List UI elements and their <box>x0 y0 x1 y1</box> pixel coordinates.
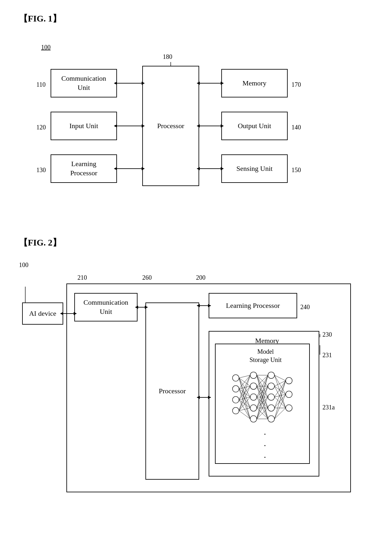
fig2-ref210: 210 <box>77 274 87 281</box>
fig2-processor-box: Processor <box>145 302 199 480</box>
svg-line-84 <box>274 381 285 386</box>
fig1-output-label: Output Unit <box>238 121 271 131</box>
svg-line-36 <box>239 375 250 378</box>
fig2-modelstorage-box: ModelStorage Unit <box>215 344 310 464</box>
fig1-learning-label: LearningProcessor <box>70 159 97 177</box>
svg-line-53 <box>239 397 250 411</box>
svg-line-55 <box>239 411 250 419</box>
svg-point-26 <box>250 405 257 411</box>
svg-line-46 <box>239 375 250 400</box>
fig1-container: 100 180 Processor CommunicationUnit 110 … <box>19 34 367 211</box>
svg-line-91 <box>274 394 285 408</box>
fig1-label: 【FIG. 1】 <box>19 13 373 25</box>
svg-point-24 <box>250 383 257 389</box>
fig2-ref100: 100 <box>19 261 28 269</box>
fig1-ref180: 180 <box>163 53 172 60</box>
fig2-modelstorage-label: ModelStorage Unit <box>222 347 309 364</box>
fig2-learningproc-label: Learning Processor <box>226 301 280 310</box>
svg-point-19 <box>232 375 239 381</box>
fig1-input-label: Input Unit <box>69 121 98 131</box>
fig1-processor-box: Processor <box>142 66 199 186</box>
svg-line-41 <box>239 375 250 389</box>
fig1-ref100: 100 <box>41 44 51 51</box>
svg-point-34 <box>286 391 292 398</box>
svg-line-51 <box>239 375 250 411</box>
fig1-ref150: 140 <box>291 124 301 131</box>
fig2-processor-label: Processor <box>159 387 186 396</box>
fig1-memory-box: Memory <box>221 69 288 97</box>
svg-line-86 <box>274 386 285 408</box>
svg-line-93 <box>274 381 285 419</box>
fig1-ref130: 130 <box>36 166 46 174</box>
fig2-ref231: 231 <box>322 352 332 359</box>
svg-point-32 <box>268 416 275 422</box>
fig1-processor-label: Processor <box>157 121 184 131</box>
svg-point-31 <box>268 405 275 411</box>
fig2-ref230: 230 <box>322 331 332 338</box>
svg-point-30 <box>268 394 275 401</box>
svg-point-29 <box>268 383 275 389</box>
fig2-ref200: 200 <box>196 274 205 281</box>
fig1-ref110: 110 <box>36 81 46 88</box>
fig1-memory-label: Memory <box>242 79 266 88</box>
svg-line-52 <box>239 386 250 411</box>
fig2-dots: · <box>222 429 309 440</box>
fig2-container: 100 210 260 200 AI device CommunicationU… <box>19 258 367 505</box>
svg-line-94 <box>274 394 285 419</box>
fig2-neural-net <box>222 367 304 427</box>
fig2-aidevice-box: AI device <box>22 302 63 325</box>
fig1-ref120: 120 <box>36 124 46 131</box>
svg-point-28 <box>268 372 275 379</box>
fig1-sensing-label: Sensing Unit <box>236 164 273 173</box>
svg-point-21 <box>232 396 239 403</box>
fig1-ref140: 150 <box>291 166 301 174</box>
fig1-ref170: 170 <box>291 81 301 88</box>
svg-point-23 <box>250 372 257 379</box>
fig1-sensing-box: Sensing Unit <box>221 154 288 183</box>
fig2-dots2: · <box>222 440 309 451</box>
fig2-ref231a: 231a <box>322 404 335 411</box>
svg-line-54 <box>239 408 250 411</box>
fig1-input-box: Input Unit <box>51 112 117 140</box>
fig2-communit-box: CommunicationUnit <box>74 293 138 321</box>
fig2-label: 【FIG. 2】 <box>19 237 373 249</box>
svg-point-22 <box>232 408 239 414</box>
fig2-aidevice-label: AI device <box>29 309 56 318</box>
svg-point-25 <box>250 394 257 401</box>
svg-point-20 <box>232 386 239 392</box>
fig1-output-box: Output Unit <box>221 112 288 140</box>
fig2-communit-label: CommunicationUnit <box>83 298 128 316</box>
svg-point-27 <box>250 416 257 422</box>
svg-line-85 <box>274 386 285 394</box>
fig2-ref240: 240 <box>300 303 310 311</box>
fig1-learning-box: LearningProcessor <box>51 154 117 183</box>
fig1-comm-label: CommunicationUnit <box>61 74 106 92</box>
fig2-learningproc-box: Learning Processor <box>209 293 297 318</box>
fig2-ref260: 260 <box>142 274 152 281</box>
fig2-dots3: · <box>222 452 309 463</box>
svg-point-35 <box>286 405 292 411</box>
fig1-comm-box: CommunicationUnit <box>51 69 117 97</box>
svg-point-33 <box>286 377 292 384</box>
